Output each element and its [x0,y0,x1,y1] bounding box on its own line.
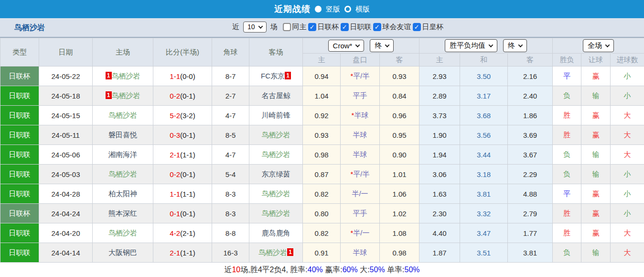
subheader-asia-home: 主 [303,54,341,66]
summary-segment: 近 [224,265,232,275]
league-j1-label[interactable]: 日职联 [350,22,372,32]
match-row: 日职联 24-05-15 鸟栖沙岩 5-2(3-2) 4-7 川崎前锋 0.92… [0,106,644,125]
same-home-checkbox[interactable] [283,23,291,31]
layout-radio-horizontal-label[interactable]: 横版 [355,5,370,14]
euro-draw-odds: 3.32 [460,204,508,223]
match-count-select[interactable]: 10 [243,22,267,33]
result-wdl: 胜 [553,125,581,145]
match-score: 4-2(2-1) [153,223,212,243]
result-wdl: 平 [553,66,581,86]
subheader-eu-home: 主 [419,54,460,66]
euro-home-odds: 3.73 [419,106,460,125]
result-goals: 大 [611,223,644,243]
corners: 5-4 [212,165,249,184]
league-type-badge: 日职联 [0,165,39,184]
league-emperor-cup-checkbox[interactable]: ✓ [413,23,421,31]
result-goals: 大 [611,106,644,125]
header-score: 比分(半场) [153,38,212,66]
asia-home-odds: 0.94 [303,66,341,86]
asia-home-odds: 0.82 [303,223,341,243]
euro-type-select[interactable]: 胜平负均值 [445,39,497,52]
asia-handicap: 平手 [341,86,380,106]
result-goals: 小 [611,165,644,184]
result-wdl: 胜 [553,223,581,243]
league-j1-checkbox[interactable]: ✓ [341,23,349,31]
summary-segment: 40% [308,266,323,274]
away-team: 名古屋鲸 [249,86,303,106]
result-wdl: 负 [553,243,581,263]
result-handicap: 输 [581,165,611,184]
league-cup-checkbox[interactable]: ✓ [308,23,316,31]
away-team: 东京绿茵 [249,165,303,184]
result-handicap: 输 [581,145,611,165]
near-label: 近 [232,22,239,32]
result-handicap: 输 [581,86,611,106]
away-team: 鸟栖沙岩 [249,125,303,145]
away-team: 鸟栖沙岩 [249,184,303,204]
euro-home-odds: 4.40 [419,223,460,243]
euro-home-odds: 2.30 [419,204,460,223]
result-handicap: 赢 [581,223,611,243]
layout-radio-horizontal[interactable] [344,6,351,12]
match-date: 24-04-28 [39,184,93,204]
summary-segment: 场,胜4平2负4, 胜率: [240,265,307,275]
layout-radio-vertical-label[interactable]: 竖版 [326,5,340,14]
subheader-eu-away: 客 [508,54,553,66]
header-home: 主场 [93,38,153,66]
result-wdl: 胜 [553,106,581,125]
asia-home-odds: 0.80 [303,204,341,223]
match-row: 日职联 24-04-14 大阪钢巴 2-1(1-1) 16-3 鸟栖沙岩1 0.… [0,243,644,263]
match-row: 日职联 24-05-03 鸟栖沙岩 0-2(0-1) 5-4 东京绿茵 0.87… [0,165,644,184]
result-wdl: 胜 [553,204,581,223]
league-friendly-label[interactable]: 球会友谊 [383,22,411,32]
euro-time-value: 终 [508,41,515,50]
results-table: 类型 日期 主场 比分(半场) 角球 客场 Crow* 终 胜平负均值 终 [0,38,644,263]
league-cup-label[interactable]: 日联杯 [318,22,339,32]
euro-home-odds: 1.94 [419,145,460,165]
subheader-res-wdl: 胜负 [553,54,581,66]
match-date: 24-04-24 [39,204,93,223]
asia-home-odds: 0.92 [303,106,341,125]
league-type-badge: 日职联 [0,223,39,243]
match-date: 24-05-03 [39,165,93,184]
scope-select[interactable]: 全场 [583,39,614,52]
red-card-badge: 1 [287,248,293,256]
league-emperor-cup-label[interactable]: 日皇杯 [422,22,444,32]
league-friendly-checkbox[interactable]: ✓ [373,23,381,31]
corners: 8-5 [212,125,249,145]
euro-away-odds: 2.16 [508,66,553,86]
asia-away-odds: 0.90 [380,145,419,165]
result-goals: 大 [611,145,644,165]
euro-away-odds: 2.40 [508,86,553,106]
result-wdl: 负 [553,86,581,106]
euro-time-select[interactable]: 终 [503,39,527,52]
result-handicap: 赢 [581,106,611,125]
asia-handicap: *平/半 [341,165,380,184]
asia-handicap: 半/一 [341,184,380,204]
match-row: 日联杯 24-05-22 1鸟栖沙岩 1-1(0-0) 8-7 FC东京1 0.… [0,66,644,86]
asia-time-select[interactable]: 终 [370,39,394,52]
header-corners: 角球 [212,38,249,66]
result-goals: 大 [611,125,644,145]
result-wdl: 平 [553,184,581,204]
euro-draw-odds: 3.44 [460,145,508,165]
league-type-badge: 日职联 [0,145,39,165]
match-score: 0-1(0-1) [153,204,212,223]
asia-handicap: *半球 [341,106,380,125]
league-type-badge: 日职联 [0,243,39,263]
same-home-label[interactable]: 同主 [292,22,307,32]
corners: 2-7 [212,86,249,106]
match-row: 日职联 24-04-20 鸟栖沙岩 4-2(2-1) 8-8 鹿岛鹿角 0.82… [0,223,644,243]
match-date: 24-05-11 [39,125,93,145]
euro-draw-odds: 3.68 [460,106,508,125]
euro-home-odds: 3.06 [419,165,460,184]
layout-radio-vertical[interactable] [315,6,322,12]
recent-results-panel: 近期战绩 竖版 横版 鸟栖沙岩 近 10 场 同主 ✓ 日联杯 ✓ 日职联 ✓ … [0,0,644,277]
match-count-value: 10 [247,23,255,31]
euro-away-odds: 3.69 [508,125,553,145]
asia-odds-group-header: Crow* 终 [303,38,419,54]
odds-source-select[interactable]: Crow* [328,40,365,52]
match-date: 24-05-18 [39,86,93,106]
summary-segment: 赢率: [323,265,343,275]
asia-away-odds: 1.06 [380,184,419,204]
